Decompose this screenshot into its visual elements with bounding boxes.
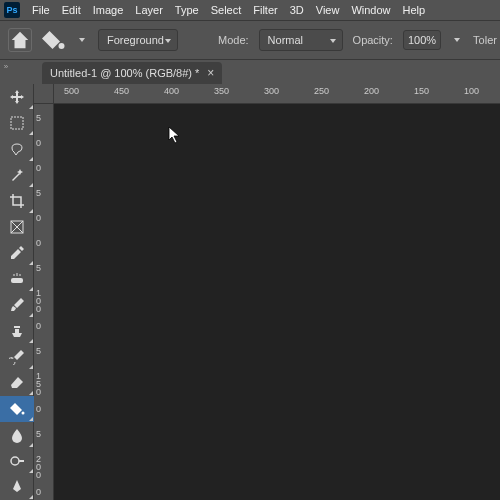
menu-bar: Ps File Edit Image Layer Type Select Fil… xyxy=(0,0,500,20)
horizontal-ruler[interactable]: 500450400350300250200150100 xyxy=(54,84,500,104)
ruler-h-label: 500 xyxy=(64,86,79,96)
menu-select[interactable]: Select xyxy=(205,4,248,16)
svg-rect-3 xyxy=(11,278,23,283)
tolerance-label: Toler xyxy=(473,34,497,46)
ruler-v-label: 0 xyxy=(36,239,41,247)
history-brush-tool[interactable] xyxy=(0,344,34,370)
menu-image[interactable]: Image xyxy=(87,4,130,16)
ruler-v-label: 5 xyxy=(36,189,41,197)
mode-label: Mode: xyxy=(218,34,249,46)
document-tab-bar: Untitled-1 @ 100% (RGB/8#) * × xyxy=(42,62,222,84)
canvas[interactable] xyxy=(54,104,500,500)
menu-3d[interactable]: 3D xyxy=(284,4,310,16)
clone-stamp-tool[interactable] xyxy=(0,318,34,344)
workspace: 500450400350300250200150100 50050051 0 0… xyxy=(34,84,500,500)
marquee-tool[interactable] xyxy=(0,110,34,136)
home-button[interactable] xyxy=(8,28,32,52)
menu-view[interactable]: View xyxy=(310,4,346,16)
svg-point-5 xyxy=(11,457,19,465)
ruler-h-label: 250 xyxy=(314,86,329,96)
panel-toggle-icon[interactable]: » xyxy=(0,60,12,72)
tool-preset-dropdown[interactable] xyxy=(76,30,88,50)
opacity-dropdown[interactable] xyxy=(451,30,463,50)
ruler-v-label: 5 xyxy=(36,114,41,122)
ruler-v-label: 0 xyxy=(36,164,41,172)
ruler-h-label: 350 xyxy=(214,86,229,96)
ruler-h-label: 200 xyxy=(364,86,379,96)
magic-wand-tool[interactable] xyxy=(0,162,34,188)
ruler-h-label: 100 xyxy=(464,86,479,96)
svg-rect-1 xyxy=(11,117,23,129)
ruler-h-label: 150 xyxy=(414,86,429,96)
menu-layer[interactable]: Layer xyxy=(129,4,169,16)
opacity-label: Opacity: xyxy=(353,34,393,46)
options-bar: Foreground Mode: Normal Opacity: 100% To… xyxy=(0,20,500,60)
paint-bucket-icon[interactable] xyxy=(42,28,66,52)
ruler-h-label: 400 xyxy=(164,86,179,96)
ruler-h-label: 300 xyxy=(264,86,279,96)
fill-source-dropdown[interactable]: Foreground xyxy=(98,29,178,51)
move-tool[interactable] xyxy=(0,84,34,110)
paint-bucket-tool[interactable] xyxy=(0,396,34,422)
ruler-v-label: 1 5 0 xyxy=(36,372,41,396)
svg-point-0 xyxy=(59,43,65,49)
pen-tool[interactable] xyxy=(0,474,34,500)
opacity-input[interactable]: 100% xyxy=(403,30,441,50)
ruler-v-label: 5 xyxy=(36,430,41,438)
brush-tool[interactable] xyxy=(0,292,34,318)
ruler-h-label: 450 xyxy=(114,86,129,96)
close-icon[interactable]: × xyxy=(207,66,214,80)
menu-window[interactable]: Window xyxy=(345,4,396,16)
menu-file[interactable]: File xyxy=(26,4,56,16)
ruler-v-label: 0 xyxy=(36,214,41,222)
ruler-v-label: 0 xyxy=(36,488,41,496)
ruler-v-label: 5 xyxy=(36,264,41,272)
frame-tool[interactable] xyxy=(0,214,34,240)
blur-tool[interactable] xyxy=(0,422,34,448)
mode-dropdown[interactable]: Normal xyxy=(259,29,343,51)
menu-filter[interactable]: Filter xyxy=(247,4,283,16)
ruler-v-label: 2 0 0 xyxy=(36,455,41,479)
eraser-tool[interactable] xyxy=(0,370,34,396)
document-tab[interactable]: Untitled-1 @ 100% (RGB/8#) * × xyxy=(42,62,222,84)
toolbox: T xyxy=(0,84,34,500)
eyedropper-tool[interactable] xyxy=(0,240,34,266)
menu-type[interactable]: Type xyxy=(169,4,205,16)
app-logo: Ps xyxy=(4,2,20,18)
menu-edit[interactable]: Edit xyxy=(56,4,87,16)
healing-brush-tool[interactable] xyxy=(0,266,34,292)
ruler-v-label: 1 0 0 xyxy=(36,289,41,313)
ruler-v-label: 5 xyxy=(36,347,41,355)
document-tab-title: Untitled-1 @ 100% (RGB/8#) * xyxy=(50,67,199,79)
ruler-v-label: 0 xyxy=(36,139,41,147)
menu-help[interactable]: Help xyxy=(397,4,432,16)
lasso-tool[interactable] xyxy=(0,136,34,162)
ruler-corner xyxy=(34,84,54,104)
dodge-tool[interactable] xyxy=(0,448,34,474)
ruler-v-label: 0 xyxy=(36,322,41,330)
vertical-ruler[interactable]: 50050051 0 0051 5 0052 0 00 xyxy=(34,104,54,500)
crop-tool[interactable] xyxy=(0,188,34,214)
ruler-v-label: 0 xyxy=(36,405,41,413)
svg-point-4 xyxy=(22,412,25,415)
